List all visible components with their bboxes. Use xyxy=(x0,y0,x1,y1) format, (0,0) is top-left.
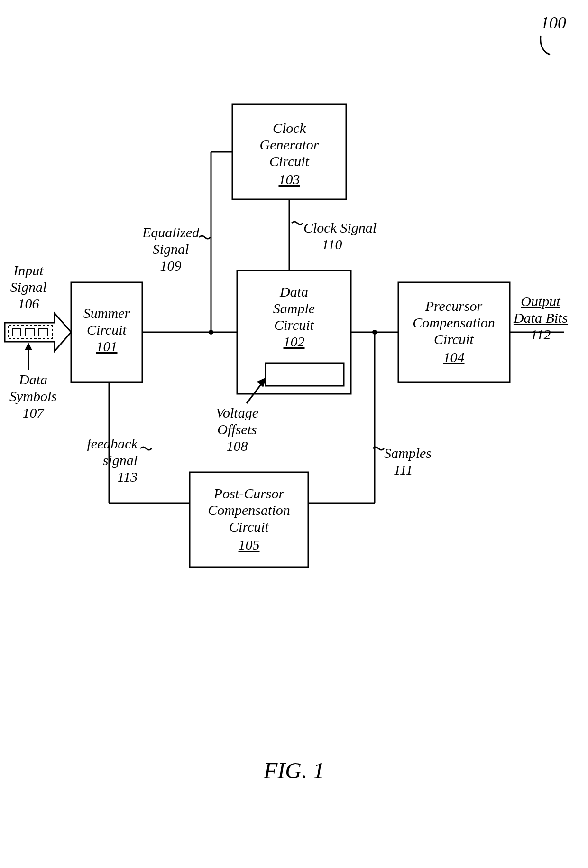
svg-text:Data: Data xyxy=(279,284,308,299)
voltage-offsets-label: Voltage Offsets 108 xyxy=(216,405,258,454)
svg-text:102: 102 xyxy=(284,334,305,349)
svg-text:Compensation: Compensation xyxy=(413,315,495,330)
block-diagram: 100 FIG. 1 Summer Circuit 101 Clock Gene… xyxy=(0,0,588,868)
data-sample-block: Data Sample Circuit 102 xyxy=(237,271,351,394)
figure-ref: 100 xyxy=(541,13,566,55)
svg-text:Data Bits: Data Bits xyxy=(513,310,568,326)
svg-text:Clock Signal: Clock Signal xyxy=(303,220,377,235)
svg-text:Compensation: Compensation xyxy=(208,502,290,518)
svg-text:105: 105 xyxy=(239,537,260,552)
svg-text:Summer: Summer xyxy=(83,305,130,321)
svg-marker-37 xyxy=(5,313,71,351)
clock-signal-label: Clock Signal 110 xyxy=(303,220,377,252)
output-label: Output Data Bits 112 xyxy=(513,293,568,342)
voltage-offsets-box xyxy=(266,363,344,386)
svg-text:111: 111 xyxy=(394,462,413,477)
svg-text:Output: Output xyxy=(521,293,560,309)
svg-text:Post-Cursor: Post-Cursor xyxy=(213,485,285,501)
svg-text:Circuit: Circuit xyxy=(87,322,127,337)
svg-text:Circuit: Circuit xyxy=(269,153,310,169)
svg-text:signal: signal xyxy=(103,452,138,468)
input-arrow xyxy=(5,313,71,351)
svg-text:Signal: Signal xyxy=(153,241,189,257)
svg-text:Symbols: Symbols xyxy=(9,388,57,404)
svg-text:Data: Data xyxy=(18,372,47,387)
caption: FIG. 1 xyxy=(263,758,324,783)
svg-text:Input: Input xyxy=(13,262,44,278)
postcursor-block: Post-Cursor Compensation Circuit 105 xyxy=(190,472,308,567)
svg-text:Signal: Signal xyxy=(10,279,47,295)
input-signal-label: Input Signal 106 xyxy=(10,262,47,311)
data-symbols-label: Data Symbols 107 xyxy=(9,372,57,420)
clock-generator-block: Clock Generator Circuit 103 xyxy=(232,104,346,199)
svg-text:108: 108 xyxy=(227,438,248,454)
svg-text:Circuit: Circuit xyxy=(229,519,269,534)
equalized-signal-label: Equalized Signal 109 xyxy=(142,224,200,273)
svg-text:Clock: Clock xyxy=(273,120,306,136)
svg-text:Offsets: Offsets xyxy=(217,421,257,437)
svg-text:101: 101 xyxy=(96,338,118,354)
svg-point-4 xyxy=(209,330,213,335)
svg-text:Precursor: Precursor xyxy=(425,298,483,314)
feedback-signal-label: feedback signal 113 xyxy=(87,436,138,485)
svg-text:104: 104 xyxy=(443,349,465,365)
precursor-block: Precursor Compensation Circuit 104 xyxy=(398,282,510,382)
svg-text:110: 110 xyxy=(322,236,342,252)
svg-text:Generator: Generator xyxy=(260,137,319,152)
samples-label: Samples 111 xyxy=(384,445,432,477)
svg-text:feedback: feedback xyxy=(87,436,138,451)
svg-text:113: 113 xyxy=(117,469,138,485)
svg-text:Circuit: Circuit xyxy=(434,331,474,347)
svg-text:112: 112 xyxy=(531,327,551,342)
figure-ref-text: 100 xyxy=(541,13,566,32)
svg-text:103: 103 xyxy=(279,171,300,187)
svg-text:106: 106 xyxy=(18,296,39,311)
svg-text:Voltage: Voltage xyxy=(216,405,258,420)
summer-block: Summer Circuit 101 xyxy=(71,282,142,382)
svg-text:Equalized: Equalized xyxy=(142,224,200,240)
svg-text:107: 107 xyxy=(23,405,45,420)
svg-text:Samples: Samples xyxy=(384,445,432,461)
svg-text:Sample: Sample xyxy=(273,300,315,316)
svg-marker-43 xyxy=(25,343,32,350)
svg-text:109: 109 xyxy=(160,258,182,273)
svg-text:Circuit: Circuit xyxy=(274,317,314,333)
